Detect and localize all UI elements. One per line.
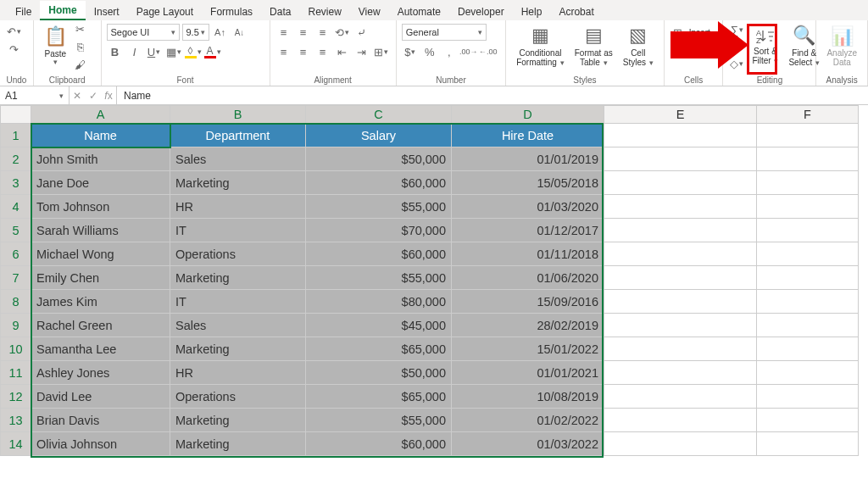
cell-F4[interactable] (757, 195, 859, 219)
cell-B7[interactable]: Marketing (170, 266, 306, 290)
align-left-button[interactable]: ≡ (275, 43, 292, 60)
align-right-button[interactable]: ≡ (314, 43, 331, 60)
tab-acrobat[interactable]: Acrobat (550, 3, 602, 20)
cell-E12[interactable] (604, 385, 757, 409)
cancel-formula-icon[interactable]: ✕ (73, 90, 81, 102)
cell-D13[interactable]: 01/02/2022 (452, 409, 604, 432)
cell-C4[interactable]: $55,000 (306, 195, 452, 219)
cell-E9[interactable] (604, 314, 757, 337)
redo-button[interactable]: ↷ (5, 41, 22, 58)
row-header-11[interactable]: 11 (1, 361, 31, 385)
tab-home[interactable]: Home (40, 1, 85, 20)
column-header-A[interactable]: A (31, 106, 170, 124)
cell-E3[interactable] (604, 171, 757, 195)
align-middle-button[interactable]: ≡ (295, 24, 312, 41)
column-header-F[interactable]: F (757, 106, 859, 124)
cell-A9[interactable]: Rachel Green (31, 314, 170, 337)
wrap-text-button[interactable]: ⤶ (353, 24, 370, 41)
cell-A12[interactable]: David Lee (31, 385, 170, 409)
header-cell-hire-date[interactable]: Hire Date (452, 124, 604, 147)
cell-C7[interactable]: $55,000 (306, 266, 452, 290)
cell-D10[interactable]: 15/01/2022 (452, 337, 604, 361)
row-header-9[interactable]: 9 (1, 314, 31, 337)
decrease-decimal-button[interactable]: ←.00 (480, 43, 497, 60)
cell-B3[interactable]: Marketing (170, 171, 306, 195)
cell-D7[interactable]: 01/06/2020 (452, 266, 604, 290)
cell-F1[interactable] (757, 124, 859, 147)
fx-icon[interactable]: fx (104, 90, 112, 102)
cell-F9[interactable] (757, 314, 859, 337)
row-header-13[interactable]: 13 (1, 409, 31, 432)
cell-C3[interactable]: $60,000 (306, 171, 452, 195)
tab-data[interactable]: Data (261, 3, 299, 20)
font-name-select[interactable]: Segoe UI▾ (107, 24, 180, 41)
cell-D4[interactable]: 01/03/2020 (452, 195, 604, 219)
cell-F8[interactable] (757, 290, 859, 314)
comma-format-button[interactable]: , (441, 43, 458, 60)
enter-formula-icon[interactable]: ✓ (89, 90, 97, 102)
name-box[interactable]: A1▾ (0, 86, 70, 104)
undo-button[interactable]: ↶▾ (5, 23, 22, 40)
row-header-5[interactable]: 5 (1, 219, 31, 242)
cell-B6[interactable]: Operations (170, 242, 306, 266)
cell-E4[interactable] (604, 195, 757, 219)
header-cell-department[interactable]: Department (170, 124, 306, 147)
underline-button[interactable]: U▾ (146, 43, 163, 60)
bold-button[interactable]: B (107, 43, 124, 60)
fill-color-button[interactable]: ◊▾ (185, 43, 202, 60)
column-header-E[interactable]: E (604, 106, 757, 124)
cut-button[interactable]: ✂ (72, 20, 89, 37)
cell-B2[interactable]: Sales (170, 147, 306, 171)
cell-C10[interactable]: $65,000 (306, 337, 452, 361)
cell-C11[interactable]: $50,000 (306, 361, 452, 385)
cell-E8[interactable] (604, 290, 757, 314)
sort-filter-button[interactable]: AZ Sort &Filter ▾ (747, 23, 783, 70)
tab-page-layout[interactable]: Page Layout (128, 3, 202, 20)
format-as-table-button[interactable]: ▤ Format asTable ▾ (570, 23, 618, 70)
row-header-12[interactable]: 12 (1, 385, 31, 409)
cell-E13[interactable] (604, 409, 757, 432)
font-color-button[interactable]: A▾ (204, 43, 221, 60)
cell-B10[interactable]: Marketing (170, 337, 306, 361)
cell-D2[interactable]: 01/01/2019 (452, 147, 604, 171)
cell-D14[interactable]: 01/03/2022 (452, 432, 604, 456)
cell-A5[interactable]: Sarah Williams (31, 219, 170, 242)
cell-E2[interactable] (604, 147, 757, 171)
cell-B8[interactable]: IT (170, 290, 306, 314)
row-header-7[interactable]: 7 (1, 266, 31, 290)
cell-F12[interactable] (757, 385, 859, 409)
cell-A6[interactable]: Michael Wong (31, 242, 170, 266)
merge-center-button[interactable]: ⊞▾ (373, 43, 390, 60)
tab-view[interactable]: View (350, 3, 389, 20)
tab-formulas[interactable]: Formulas (202, 3, 261, 20)
cell-F5[interactable] (757, 219, 859, 242)
cell-D11[interactable]: 01/01/2021 (452, 361, 604, 385)
row-header-6[interactable]: 6 (1, 242, 31, 266)
increase-indent-button[interactable]: ⇥ (353, 43, 370, 60)
format-painter-button[interactable]: 🖌 (72, 56, 89, 73)
cell-B12[interactable]: Operations (170, 385, 306, 409)
align-center-button[interactable]: ≡ (295, 43, 312, 60)
row-header-4[interactable]: 4 (1, 195, 31, 219)
cell-A8[interactable]: James Kim (31, 290, 170, 314)
cell-F6[interactable] (757, 242, 859, 266)
cell-A13[interactable]: Brian Davis (31, 409, 170, 432)
analyze-data-button[interactable]: 📊 AnalyzeData (821, 23, 862, 70)
cell-C5[interactable]: $70,000 (306, 219, 452, 242)
cell-E11[interactable] (604, 361, 757, 385)
cell-F2[interactable] (757, 147, 859, 171)
italic-button[interactable]: I (126, 43, 143, 60)
conditional-formatting-button[interactable]: ▦ ConditionalFormatting ▾ (511, 23, 570, 70)
decrease-font-button[interactable]: A↓ (231, 24, 248, 41)
paste-button[interactable]: 📋 Paste ▾ (39, 23, 72, 70)
cell-F3[interactable] (757, 171, 859, 195)
cell-F10[interactable] (757, 337, 859, 361)
tab-automate[interactable]: Automate (389, 3, 449, 20)
tab-help[interactable]: Help (513, 3, 551, 20)
cell-F11[interactable] (757, 361, 859, 385)
cell-D12[interactable]: 10/08/2019 (452, 385, 604, 409)
copy-button[interactable]: ⎘ (72, 38, 89, 55)
row-header-14[interactable]: 14 (1, 432, 31, 456)
font-size-select[interactable]: 9.5▾ (182, 24, 209, 41)
cell-A11[interactable]: Ashley Jones (31, 361, 170, 385)
